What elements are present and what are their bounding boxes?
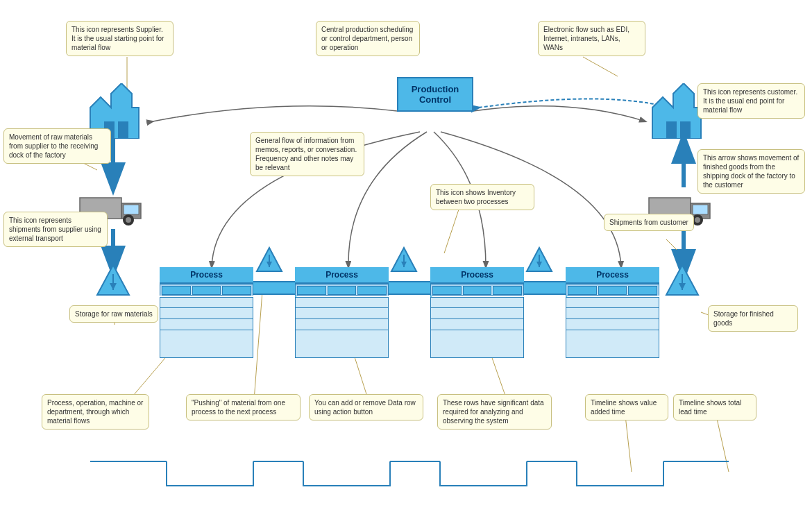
process-desc-callout: Process, operation, machine or departmen…	[42, 394, 149, 430]
process-3-header: Process	[430, 267, 524, 284]
inventory-triangle-3	[525, 246, 553, 275]
timeline-value-callout: Timeline shows value added time	[585, 394, 668, 420]
shipment-supplier-callout: This icon represents shipments from supp…	[3, 212, 108, 247]
production-control-label: Production Control	[412, 84, 459, 105]
customer-desc-text: This icon represents customer. It is the…	[703, 88, 797, 114]
process-box-3: Process	[430, 267, 524, 358]
svg-line-14	[583, 57, 618, 76]
storage-raw-text: Storage for raw materials	[75, 310, 153, 318]
electronic-flow-text: Electronic flow such as EDI, Internet, i…	[543, 26, 629, 51]
data-rows-note-text: These rows have significant data require…	[443, 399, 544, 425]
push-arrow-desc-text: "Pushing" of material from one process t…	[192, 399, 285, 416]
inventory-desc-callout: This icon shows Inventory between two pr…	[430, 184, 534, 210]
production-control-desc-text: Central production scheduling or control…	[321, 26, 413, 51]
customer-desc-callout: This icon represents customer. It is the…	[697, 83, 805, 119]
finished-goods-text: This arrow shows movement of finished go…	[703, 154, 799, 189]
svg-rect-30	[666, 121, 677, 139]
process-box-2: Process	[295, 267, 389, 358]
production-control-box: Production Control	[397, 77, 473, 112]
diagram-container: Production Control	[0, 0, 812, 510]
process-4-header: Process	[566, 267, 659, 284]
svg-line-17	[666, 239, 677, 250]
svg-point-38	[126, 217, 131, 223]
storage-raw-callout: Storage for raw materials	[69, 305, 158, 323]
push-arrow-1	[253, 281, 295, 295]
svg-line-9	[253, 291, 262, 409]
timeline-lead-callout: Timeline shows total lead time	[673, 394, 756, 420]
svg-rect-34	[124, 205, 139, 214]
supplier-desc-text: This icon represents Supplier. It is the…	[71, 26, 164, 51]
shipments-customer-callout: Shipments from customer	[604, 214, 694, 231]
process-box-1: Process	[160, 267, 253, 358]
storage-finished-text: Storage for finished goods	[713, 310, 774, 327]
supplier-desc-callout: This icon represents Supplier. It is the…	[66, 21, 174, 56]
raw-material-text: Movement of raw materials from supplier …	[9, 133, 98, 159]
push-arrow-desc-callout: "Pushing" of material from one process t…	[186, 394, 301, 420]
process-box-4: Process	[566, 267, 659, 358]
push-arrow-2	[389, 281, 430, 295]
inventory-triangle-1	[255, 246, 283, 275]
raw-material-triangle	[96, 264, 130, 300]
inventory-desc-text: This icon shows Inventory between two pr…	[436, 189, 516, 205]
process-desc-text: Process, operation, machine or departmen…	[47, 399, 143, 425]
shipments-customer-text: Shipments from customer	[609, 219, 688, 226]
info-flow-callout: General flow of information from memos, …	[250, 132, 364, 176]
raw-material-callout: Movement of raw materials from supplier …	[3, 128, 111, 164]
shipment-supplier-text: This icon represents shipments from supp…	[9, 216, 101, 242]
process-2-header: Process	[295, 267, 389, 284]
svg-rect-28	[118, 121, 128, 139]
timeline-value-text: Timeline shows value added time	[591, 399, 657, 416]
svg-point-45	[695, 217, 700, 223]
svg-rect-31	[680, 121, 691, 139]
data-rows-note-callout: These rows have significant data require…	[437, 394, 552, 430]
push-arrow-3	[524, 281, 566, 295]
finished-goods-callout: This arrow shows movement of finished go…	[697, 149, 805, 194]
process-1-header: Process	[160, 267, 253, 284]
svg-rect-41	[693, 205, 708, 214]
electronic-flow-callout: Electronic flow such as EDI, Internet, i…	[538, 21, 645, 56]
inventory-triangle-2	[390, 246, 418, 275]
finished-goods-triangle	[665, 264, 700, 300]
data-row-text: You can add or remove Data row using act…	[314, 399, 416, 416]
production-control-desc-callout: Central production scheduling or control…	[316, 21, 420, 56]
timeline-lead-text: Timeline shows total lead time	[679, 399, 741, 416]
data-row-callout: You can add or remove Data row using act…	[309, 394, 423, 420]
info-flow-text: General flow of information from memos, …	[255, 137, 357, 171]
storage-finished-callout: Storage for finished goods	[708, 305, 798, 332]
